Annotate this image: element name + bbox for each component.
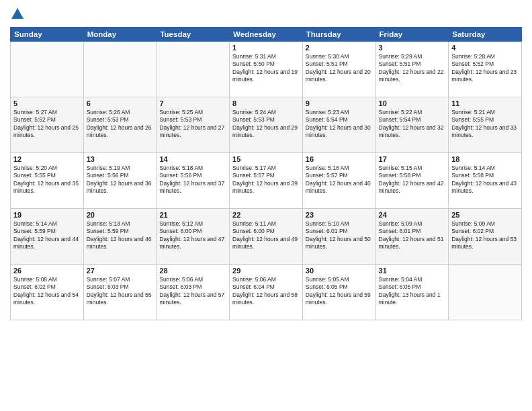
cell-content: Sunrise: 5:11 AMSunset: 6:00 PMDaylight:… bbox=[232, 220, 300, 251]
calendar-cell: 14Sunrise: 5:18 AMSunset: 5:56 PMDayligh… bbox=[157, 153, 230, 209]
calendar-cell: 20Sunrise: 5:13 AMSunset: 5:59 PMDayligh… bbox=[83, 209, 157, 265]
cell-content: Sunrise: 5:16 AMSunset: 5:57 PMDaylight:… bbox=[306, 165, 373, 195]
cell-content: Sunrise: 5:09 AMSunset: 6:02 PMDaylight:… bbox=[451, 220, 519, 251]
day-number: 7 bbox=[159, 99, 226, 107]
calendar-cell: 2Sunrise: 5:30 AMSunset: 5:51 PMDaylight… bbox=[302, 42, 375, 97]
day-number: 11 bbox=[451, 99, 519, 107]
calendar-cell: 5Sunrise: 5:27 AMSunset: 5:52 PMDaylight… bbox=[11, 97, 84, 153]
day-number: 29 bbox=[232, 267, 300, 275]
calendar-cell: 1Sunrise: 5:31 AMSunset: 5:50 PMDaylight… bbox=[230, 42, 303, 97]
day-number: 17 bbox=[379, 155, 446, 163]
cell-content: Sunrise: 5:30 AMSunset: 5:51 PMDaylight:… bbox=[306, 53, 373, 84]
day-number: 10 bbox=[379, 99, 446, 107]
day-number: 23 bbox=[306, 211, 373, 219]
calendar-cell: 23Sunrise: 5:10 AMSunset: 6:01 PMDayligh… bbox=[302, 209, 375, 265]
calendar-cell: 12Sunrise: 5:20 AMSunset: 5:55 PMDayligh… bbox=[11, 153, 84, 209]
day-number: 12 bbox=[13, 155, 81, 163]
day-number: 1 bbox=[232, 44, 300, 52]
calendar-cell: 13Sunrise: 5:19 AMSunset: 5:56 PMDayligh… bbox=[83, 153, 157, 209]
cell-content: Sunrise: 5:05 AMSunset: 6:05 PMDaylight:… bbox=[306, 276, 373, 307]
day-number: 5 bbox=[13, 99, 81, 107]
calendar-week-row: 5Sunrise: 5:27 AMSunset: 5:52 PMDaylight… bbox=[11, 97, 522, 153]
cell-content: Sunrise: 5:13 AMSunset: 5:59 PMDaylight:… bbox=[87, 220, 154, 251]
day-number: 26 bbox=[13, 267, 81, 275]
logo bbox=[10, 7, 28, 21]
cell-content: Sunrise: 5:21 AMSunset: 5:55 PMDaylight:… bbox=[451, 109, 519, 140]
day-number: 2 bbox=[306, 44, 373, 52]
calendar-cell: 15Sunrise: 5:17 AMSunset: 5:57 PMDayligh… bbox=[230, 153, 303, 209]
calendar-cell: 24Sunrise: 5:09 AMSunset: 6:01 PMDayligh… bbox=[375, 209, 449, 265]
cell-content: Sunrise: 5:22 AMSunset: 5:54 PMDaylight:… bbox=[379, 109, 446, 140]
day-number: 25 bbox=[451, 211, 519, 219]
cell-content: Sunrise: 5:29 AMSunset: 5:51 PMDaylight:… bbox=[379, 53, 446, 84]
calendar-cell: 29Sunrise: 5:06 AMSunset: 6:04 PMDayligh… bbox=[230, 265, 303, 320]
calendar-cell: 30Sunrise: 5:05 AMSunset: 6:05 PMDayligh… bbox=[302, 265, 375, 320]
cell-content: Sunrise: 5:17 AMSunset: 5:57 PMDaylight:… bbox=[232, 165, 300, 195]
day-number: 14 bbox=[159, 155, 226, 163]
calendar-cell: 17Sunrise: 5:15 AMSunset: 5:58 PMDayligh… bbox=[375, 153, 449, 209]
calendar-day-header: Sunday bbox=[11, 28, 84, 42]
day-number: 30 bbox=[306, 267, 373, 275]
day-number: 28 bbox=[159, 267, 226, 275]
calendar-cell: 31Sunrise: 5:04 AMSunset: 6:05 PMDayligh… bbox=[375, 265, 449, 320]
cell-content: Sunrise: 5:10 AMSunset: 6:01 PMDaylight:… bbox=[306, 220, 373, 251]
calendar-day-header: Thursday bbox=[302, 28, 375, 42]
calendar-week-row: 19Sunrise: 5:14 AMSunset: 5:59 PMDayligh… bbox=[11, 209, 522, 265]
cell-content: Sunrise: 5:23 AMSunset: 5:54 PMDaylight:… bbox=[306, 109, 373, 140]
calendar-header-row: SundayMondayTuesdayWednesdayThursdayFrid… bbox=[11, 28, 522, 42]
calendar-cell bbox=[83, 42, 157, 97]
cell-content: Sunrise: 5:07 AMSunset: 6:03 PMDaylight:… bbox=[87, 276, 154, 307]
calendar-cell: 18Sunrise: 5:14 AMSunset: 5:58 PMDayligh… bbox=[449, 153, 522, 209]
calendar-cell: 28Sunrise: 5:06 AMSunset: 6:03 PMDayligh… bbox=[157, 265, 230, 320]
day-number: 24 bbox=[379, 211, 446, 219]
cell-content: Sunrise: 5:14 AMSunset: 5:58 PMDaylight:… bbox=[451, 165, 519, 195]
cell-content: Sunrise: 5:19 AMSunset: 5:56 PMDaylight:… bbox=[87, 165, 154, 195]
calendar-cell: 7Sunrise: 5:25 AMSunset: 5:53 PMDaylight… bbox=[157, 97, 230, 153]
calendar-day-header: Saturday bbox=[449, 28, 522, 42]
day-number: 27 bbox=[87, 267, 154, 275]
day-number: 6 bbox=[87, 99, 154, 107]
calendar-week-row: 1Sunrise: 5:31 AMSunset: 5:50 PMDaylight… bbox=[11, 42, 522, 97]
day-number: 19 bbox=[13, 211, 81, 219]
header bbox=[10, 7, 522, 21]
calendar-cell: 26Sunrise: 5:08 AMSunset: 6:02 PMDayligh… bbox=[11, 265, 84, 320]
calendar-week-row: 26Sunrise: 5:08 AMSunset: 6:02 PMDayligh… bbox=[11, 265, 522, 320]
cell-content: Sunrise: 5:09 AMSunset: 6:01 PMDaylight:… bbox=[379, 220, 446, 251]
cell-content: Sunrise: 5:06 AMSunset: 6:03 PMDaylight:… bbox=[159, 276, 226, 307]
calendar-cell: 4Sunrise: 5:28 AMSunset: 5:52 PMDaylight… bbox=[449, 42, 522, 97]
calendar-cell: 8Sunrise: 5:24 AMSunset: 5:53 PMDaylight… bbox=[230, 97, 303, 153]
cell-content: Sunrise: 5:31 AMSunset: 5:50 PMDaylight:… bbox=[232, 53, 300, 84]
calendar-cell: 22Sunrise: 5:11 AMSunset: 6:00 PMDayligh… bbox=[230, 209, 303, 265]
day-number: 8 bbox=[232, 99, 300, 107]
logo-icon bbox=[10, 7, 25, 21]
day-number: 22 bbox=[232, 211, 300, 219]
cell-content: Sunrise: 5:20 AMSunset: 5:55 PMDaylight:… bbox=[13, 165, 81, 195]
calendar-cell: 27Sunrise: 5:07 AMSunset: 6:03 PMDayligh… bbox=[83, 265, 157, 320]
calendar-cell bbox=[157, 42, 230, 97]
day-number: 31 bbox=[379, 267, 446, 275]
calendar-cell: 21Sunrise: 5:12 AMSunset: 6:00 PMDayligh… bbox=[157, 209, 230, 265]
calendar-cell bbox=[449, 265, 522, 320]
day-number: 18 bbox=[451, 155, 519, 163]
calendar-cell: 9Sunrise: 5:23 AMSunset: 5:54 PMDaylight… bbox=[302, 97, 375, 153]
cell-content: Sunrise: 5:14 AMSunset: 5:59 PMDaylight:… bbox=[13, 220, 81, 251]
calendar-body: 1Sunrise: 5:31 AMSunset: 5:50 PMDaylight… bbox=[11, 42, 522, 320]
calendar-cell: 6Sunrise: 5:26 AMSunset: 5:53 PMDaylight… bbox=[83, 97, 157, 153]
day-number: 3 bbox=[379, 44, 446, 52]
cell-content: Sunrise: 5:26 AMSunset: 5:53 PMDaylight:… bbox=[87, 109, 154, 140]
calendar-day-header: Wednesday bbox=[230, 28, 303, 42]
cell-content: Sunrise: 5:27 AMSunset: 5:52 PMDaylight:… bbox=[13, 109, 81, 140]
calendar-day-header: Monday bbox=[83, 28, 157, 42]
calendar-cell: 16Sunrise: 5:16 AMSunset: 5:57 PMDayligh… bbox=[302, 153, 375, 209]
day-number: 20 bbox=[87, 211, 154, 219]
calendar-cell bbox=[11, 42, 84, 97]
calendar-cell: 11Sunrise: 5:21 AMSunset: 5:55 PMDayligh… bbox=[449, 97, 522, 153]
day-number: 15 bbox=[232, 155, 300, 163]
day-number: 13 bbox=[87, 155, 154, 163]
day-number: 9 bbox=[306, 99, 373, 107]
cell-content: Sunrise: 5:18 AMSunset: 5:56 PMDaylight:… bbox=[159, 165, 226, 195]
cell-content: Sunrise: 5:15 AMSunset: 5:58 PMDaylight:… bbox=[379, 165, 446, 195]
page: SundayMondayTuesdayWednesdayThursdayFrid… bbox=[0, 0, 532, 411]
day-number: 16 bbox=[306, 155, 373, 163]
day-number: 4 bbox=[451, 44, 519, 52]
